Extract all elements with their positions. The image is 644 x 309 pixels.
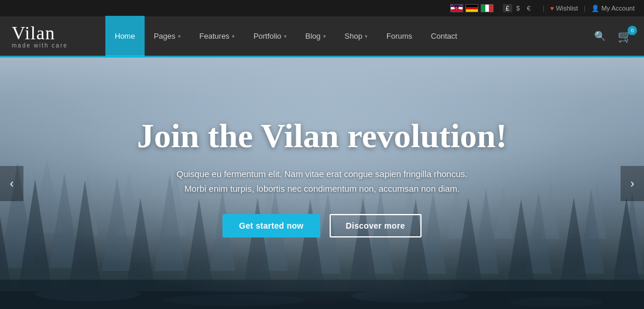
logo-tagline: made with care: [12, 42, 105, 49]
flag-group: [450, 4, 494, 12]
get-started-button[interactable]: Get started now: [222, 214, 320, 237]
cart-badge: 0: [628, 26, 637, 35]
chevron-down-icon: ▾: [284, 33, 287, 39]
discover-more-button[interactable]: Discover more: [330, 214, 422, 237]
header: Vilan made with care Home Pages ▾ Featur…: [0, 16, 644, 57]
hero-section: ‹ › Join the Vilan revolution! Quisque e…: [0, 57, 644, 309]
currency-eur[interactable]: €: [524, 4, 533, 12]
search-button[interactable]: 🔍: [591, 27, 609, 46]
logo[interactable]: Vilan made with care: [12, 23, 105, 49]
cart-button[interactable]: 🛒 0: [618, 29, 632, 43]
account-label: My Account: [601, 5, 635, 12]
hero-title: Join the Vilan revolution!: [137, 117, 507, 155]
slider-prev-button[interactable]: ‹: [0, 166, 23, 201]
nav-actions: 🔍 🛒 0: [591, 27, 632, 46]
flag-it[interactable]: [481, 4, 494, 12]
flag-uk[interactable]: [450, 4, 463, 12]
currency-usd[interactable]: $: [513, 4, 523, 12]
hero-subtitle: Quisque eu fermentum elit. Nam vitae era…: [137, 167, 507, 196]
hero-content: Join the Vilan revolution! Quisque eu fe…: [78, 117, 566, 237]
chevron-down-icon: ▾: [232, 33, 235, 39]
nav-pages[interactable]: Pages ▾: [145, 16, 190, 57]
heart-icon: ♥: [550, 5, 554, 12]
nav-portfolio[interactable]: Portfolio ▾: [244, 16, 296, 57]
main-nav: Home Pages ▾ Features ▾ Portfolio ▾ Blog…: [105, 16, 591, 57]
hero-buttons: Get started now Discover more: [137, 214, 507, 237]
nav-features[interactable]: Features ▾: [190, 16, 244, 57]
nav-forums[interactable]: Forums: [377, 16, 422, 57]
nav-shop[interactable]: Shop ▾: [335, 16, 377, 57]
top-bar: £ $ € | ♥ Wishlist | 👤 My Account: [0, 0, 644, 16]
logo-text: Vilan: [12, 23, 105, 42]
divider: |: [543, 5, 544, 12]
nav-contact[interactable]: Contact: [422, 16, 467, 57]
user-icon: 👤: [591, 5, 600, 12]
chevron-down-icon: ▾: [323, 33, 326, 39]
slider-next-button[interactable]: ›: [621, 166, 644, 201]
nav-home[interactable]: Home: [105, 16, 145, 57]
flag-de[interactable]: [465, 4, 478, 12]
currency-gbp[interactable]: £: [503, 4, 512, 12]
chevron-down-icon: ▾: [178, 33, 181, 39]
nav-blog[interactable]: Blog ▾: [296, 16, 335, 57]
divider2: |: [584, 5, 585, 12]
currency-group: £ $ €: [503, 4, 533, 12]
account-link[interactable]: 👤 My Account: [591, 5, 635, 12]
wishlist-link[interactable]: ♥ Wishlist: [550, 5, 578, 12]
chevron-down-icon: ▾: [365, 33, 368, 39]
wishlist-label: Wishlist: [556, 5, 578, 12]
